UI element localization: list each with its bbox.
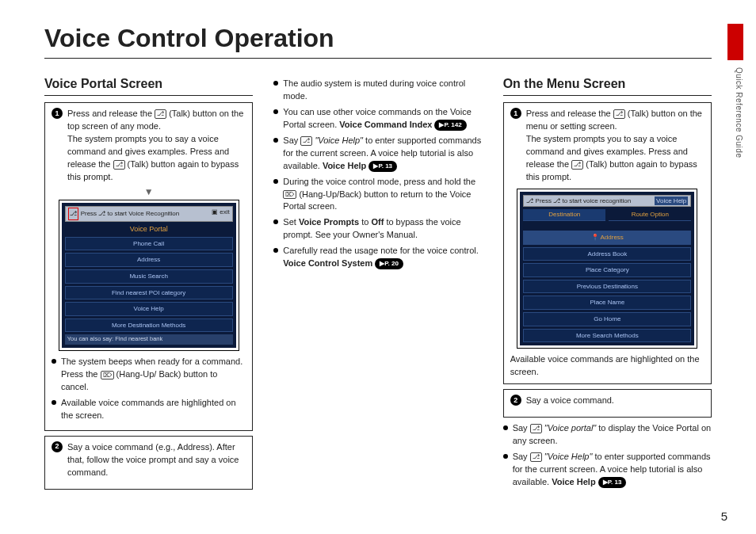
step-1: 1 Press and release the ⎇ (Talk) button … <box>52 108 246 184</box>
step-box-2: 2 Say a voice command. <box>503 389 712 418</box>
device-button: Go Home <box>523 312 691 326</box>
bullet: During the voice control mode, press and… <box>273 176 482 214</box>
page-ref-pill: ▶P. 13 <box>368 161 397 172</box>
page-title: Voice Control Operation <box>44 24 712 53</box>
heading-rule <box>503 95 712 96</box>
device-button: Place Name <box>523 296 691 310</box>
talk-icon: ⎇ <box>530 452 542 462</box>
hangup-icon: ⌦ <box>283 190 296 200</box>
step-1: 1 Press and release the ⎇ (Talk) button … <box>510 108 704 184</box>
step-box-2: 2 Say a voice command (e.g., Address). A… <box>44 436 253 490</box>
bullet: Available voice commands are highlighted… <box>52 397 246 422</box>
bullet: Say ⎇ "Voice Help" to enter supported co… <box>273 135 482 173</box>
page-number: 5 <box>721 509 727 523</box>
device-hint: You can also say: Find nearest bank <box>65 334 233 345</box>
section-tab-red <box>727 24 743 60</box>
step-1-text: Press and release the ⎇ (Talk) button on… <box>67 108 246 184</box>
talk-icon: ⎇ <box>155 109 166 119</box>
device-button: Address <box>65 253 233 267</box>
device-button-grid: Phone Call Address Music Search Find nea… <box>65 237 233 333</box>
step-2-text: Say a voice command. <box>526 395 614 407</box>
step-number-2: 2 <box>52 441 63 452</box>
step-1-text: Press and release the ⎇ (Talk) button on… <box>526 108 704 184</box>
bullet: Set Voice Prompts to Off to bypass the v… <box>273 216 482 242</box>
three-column-layout: Voice Portal Screen 1 Press and release … <box>44 74 712 494</box>
device-button: Music Search <box>65 269 233 284</box>
bullet: You can use other voice commands on the … <box>273 106 482 132</box>
step-box-1: 1 Press and release the ⎇ (Talk) button … <box>44 102 253 431</box>
heading-menu-screen: On the Menu Screen <box>503 74 712 93</box>
section-tab-label: Quick Reference Guide <box>735 67 743 158</box>
step-number-2: 2 <box>510 395 521 406</box>
device-button-address: 📍 Address <box>523 231 691 245</box>
hangup-icon: ⌦ <box>101 371 114 380</box>
step-number-1: 1 <box>52 108 63 119</box>
caption: Available voice commands are highlighted… <box>510 353 704 379</box>
bullet: The audio system is muted during voice c… <box>273 78 482 103</box>
device-button: More Destination Methods <box>65 318 233 333</box>
step-2-text: Say a voice command (e.g., Address). Aft… <box>67 441 246 479</box>
device-button: Previous Destinations <box>523 280 691 294</box>
page-ref-pill: ▶P. 20 <box>375 258 403 269</box>
heading-rule <box>44 95 253 96</box>
talk-icon: ⎇ <box>613 109 625 119</box>
device-topbar: ⎇ Press ⎇ to start voice recognition Voi… <box>523 195 691 208</box>
step-number-1: 1 <box>510 108 521 119</box>
title-rule <box>44 58 712 59</box>
device-button: Phone Call <box>65 237 233 251</box>
device-screenshot-menu: ⎇ Press ⎇ to start voice recognition Voi… <box>517 189 697 349</box>
device-tab: Route Option <box>609 209 691 221</box>
voice-icon-highlight: ⎇ <box>68 208 78 220</box>
device-button: More Search Methods <box>523 329 691 343</box>
page-ref-pill: ▶P. 13 <box>598 477 627 488</box>
talk-icon: ⎇ <box>300 136 312 146</box>
manual-page: Quick Reference Guide Voice Control Oper… <box>0 0 756 534</box>
step-box-1: 1 Press and release the ⎇ (Talk) button … <box>503 102 712 384</box>
device-topbar: ⎇Press ⎇ to start Voice Recognition ▣ ex… <box>65 206 233 222</box>
talk-icon: ⎇ <box>530 424 542 433</box>
step-2: 2 Say a voice command. <box>510 395 704 407</box>
col-menu-screen: On the Menu Screen 1 Press and release t… <box>503 74 712 494</box>
device-button: Address Book <box>523 247 691 261</box>
step-2: 2 Say a voice command (e.g., Address). A… <box>52 441 246 479</box>
device-button: Voice Help <box>65 302 233 316</box>
talk-icon: ⎇ <box>113 160 125 170</box>
col-voice-portal: Voice Portal Screen 1 Press and release … <box>44 74 253 494</box>
page-ref-pill: ▶P. 142 <box>434 120 466 131</box>
bullet: The system beeps when ready for a comman… <box>52 356 246 394</box>
talk-icon: ⎇ <box>571 160 583 170</box>
bullet: Carefully read the usage note for the vo… <box>273 245 482 270</box>
device-title: Voice Portal <box>65 224 233 235</box>
device-button-grid: 📍 Address Address Book Place Category Pr… <box>523 223 691 342</box>
device-tab: Destination <box>523 209 605 221</box>
heading-voice-portal: Voice Portal Screen <box>44 74 253 93</box>
bullet: Say ⎇ "Voice portal" to display the Voic… <box>503 422 712 448</box>
device-screenshot-portal: ⎇Press ⎇ to start Voice Recognition ▣ ex… <box>59 200 239 351</box>
bullet: Say ⎇ "Voice Help" to enter supported co… <box>503 451 712 489</box>
device-tabs: Destination Route Option <box>523 209 691 221</box>
col-notes: The audio system is muted during voice c… <box>273 74 482 494</box>
down-arrow-icon: ▼ <box>52 189 246 195</box>
device-button: Place Category <box>523 263 691 277</box>
device-button: Find nearest POI category <box>65 286 233 300</box>
